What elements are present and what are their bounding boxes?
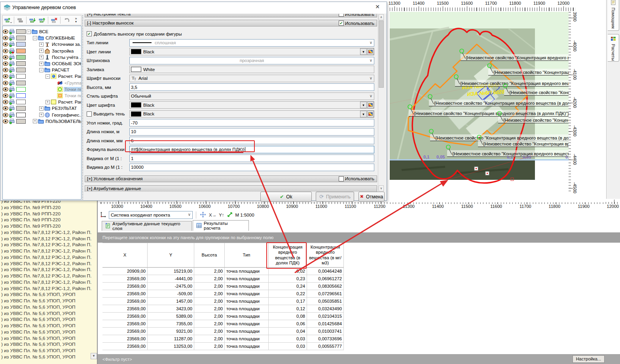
- tree-item-label[interactable]: Застройка: [51, 49, 74, 53]
- print-layer-icon[interactable]: [9, 55, 15, 60]
- scroll-up-button[interactable]: ∧: [379, 14, 384, 20]
- layer-color-swatch[interactable]: [16, 93, 26, 98]
- tree-expander-icon[interactable]: −: [46, 74, 50, 79]
- tree-item-label[interactable]: ПОЛЬЗОВАТЕЛЬ...: [45, 119, 82, 124]
- print-layer-icon[interactable]: [9, 87, 15, 92]
- print-layer-icon[interactable]: [9, 106, 15, 111]
- tree-item-label[interactable]: ВСЕ: [38, 29, 49, 34]
- list-item[interactable]: ) из УВВС Пл. № 5,6 УПОП, УРОП: [1, 329, 91, 336]
- formula-input[interactable]: ##${Концентрация вредного вещества (в до…: [129, 146, 374, 153]
- visibility-eye-icon[interactable]: [3, 61, 9, 66]
- layer-color-swatch[interactable]: [16, 87, 26, 92]
- text-input[interactable]: -70: [129, 119, 374, 126]
- checkbox-icon[interactable]: [339, 14, 344, 17]
- layer-color-swatch[interactable]: [16, 68, 26, 72]
- table-row[interactable]: 23569,005389,002,00точка площадки0,080,0…: [102, 313, 345, 320]
- checkbox-icon[interactable]: ✔: [87, 31, 92, 36]
- tree-item-label[interactable]: Точки по ...: [64, 93, 82, 98]
- layer-color-swatch[interactable]: [16, 55, 26, 60]
- list-item[interactable]: ) из УВВС Пл. №9 РПП-220: [1, 211, 91, 217]
- list-item[interactable]: ) из УВВС Пл. №7,8,12 РЭС-1,2, Район П..…: [1, 261, 91, 267]
- list-item[interactable]: ) из УВВС Пл. №9 РПП-220: [1, 200, 91, 205]
- tree-expander-icon[interactable]: +: [39, 55, 44, 59]
- column-header[interactable]: Концентрация вредного вещества (в мг/м3): [307, 243, 344, 268]
- pan-icon[interactable]: [199, 211, 207, 219]
- section-text-settings[interactable]: [+] Настройки текстаИспользовать: [85, 14, 377, 17]
- list-item[interactable]: ) из УВВС Пл. № 5,6 УПОП, УРОП: [1, 323, 91, 329]
- text-input[interactable]: 1: [129, 155, 374, 162]
- list-item[interactable]: ) из УВВС Пл. № 5,6 УПОП, УРОП: [1, 341, 91, 348]
- visibility-eye-icon[interactable]: [3, 55, 9, 60]
- visibility-eye-icon[interactable]: [3, 74, 9, 79]
- add-callout-row[interactable]: ✔Добавлять выноску при создании фигуры: [84, 30, 377, 38]
- table-row[interactable]: 23569,00-2475,002,00точка площадки0,240,…: [102, 283, 345, 290]
- tree-expander-icon[interactable]: −: [33, 36, 37, 40]
- tab-assistant[interactable]: Помощник: [608, 0, 619, 31]
- print-layer-icon[interactable]: [9, 74, 15, 79]
- field-center-combo[interactable]: прозрачная∨: [129, 57, 374, 64]
- text-input[interactable]: 6: [129, 137, 374, 144]
- tree-item-label[interactable]: ОСОБЫЕ ЗОНЫ: [51, 61, 82, 66]
- checkbox-icon[interactable]: ✔: [339, 21, 344, 26]
- table-row[interactable]: 23569,0013253,002,00точка площадки0,030,…: [102, 343, 345, 350]
- column-header[interactable]: Высота: [194, 243, 225, 268]
- print-layer-icon[interactable]: [9, 99, 15, 105]
- section-callout-settings[interactable]: [-] Настройки выносок✔Использовать: [85, 20, 377, 26]
- list-item[interactable]: ) из УВВС Пл. №7,8,12 РЭС-1,2, Район П..…: [1, 286, 91, 292]
- visibility-eye-icon[interactable]: [3, 87, 9, 92]
- list-item[interactable]: ) из УВВС Пл. № 5,6 УПОП, УРОП: [1, 348, 91, 354]
- list-item[interactable]: ) из УВВС Пл. №7,8,12 РЭС-1,2, Район П..…: [1, 236, 91, 242]
- print-layer-icon[interactable]: [9, 35, 15, 41]
- list-item[interactable]: ) из УВВС Пл. № 5,6 УПОП, УРОП: [1, 336, 91, 342]
- scroll-thumb[interactable]: [379, 21, 384, 88]
- table-row[interactable]: 23569,007355,002,00точка площадки0,060,0…: [102, 320, 345, 328]
- layer-color-swatch[interactable]: [16, 61, 26, 66]
- list-item[interactable]: ) из УВВС Пл. №7,8,12 РЭС-1,2, Район П..…: [1, 267, 91, 273]
- list-item[interactable]: ) из УВВС Пл. №9 РПП-220: [1, 223, 91, 230]
- panel-splitter[interactable]: [82, 15, 84, 200]
- visibility-eye-icon[interactable]: [3, 80, 9, 86]
- scroll-down-button[interactable]: ∨: [379, 185, 384, 191]
- list-item[interactable]: ) из УВВС Пл. № 5,6 УПОП, УРОП: [1, 317, 91, 323]
- palette-button[interactable]: [367, 111, 374, 117]
- visibility-eye-icon[interactable]: [3, 67, 9, 73]
- tree-expander-icon[interactable]: +: [46, 100, 50, 104]
- field-font-combo[interactable]: ƬTArial∨: [129, 75, 374, 82]
- table-row[interactable]: 23569,003423,002,00точка площадки0,120,0…: [102, 305, 345, 313]
- text-input[interactable]: 10: [129, 128, 374, 136]
- move-layer-up-icon[interactable]: [38, 16, 46, 24]
- tree-expander-icon[interactable]: +: [39, 62, 44, 66]
- tree-item-label[interactable]: СЛУЖЕБНЫЕ: [45, 36, 76, 40]
- table-row[interactable]: 23569,001457,002,00точка площадки0,170,0…: [102, 298, 345, 305]
- table-row[interactable]: 23569,009321,002,00точка площадки0,040,0…: [102, 328, 345, 335]
- visibility-eye-icon[interactable]: [3, 99, 9, 105]
- apply-button[interactable]: ⟳ Применить: [316, 192, 354, 202]
- print-layer-icon[interactable]: [9, 67, 15, 73]
- visibility-eye-icon[interactable]: [3, 48, 9, 54]
- tree-expander-icon[interactable]: +: [39, 42, 44, 47]
- table-row[interactable]: 20909,0015219,002,00точка площадки0,020,…: [102, 268, 345, 275]
- visibility-eye-icon[interactable]: [3, 112, 9, 118]
- print-layer-icon[interactable]: [9, 48, 15, 54]
- tab-attribute-data[interactable]: Атрибутивные данные текущего слоя: [102, 221, 192, 231]
- list-item[interactable]: ) из УВВС Пл. №7,8,12 РЭС-1,2, Район П..…: [1, 279, 91, 286]
- layer-color-swatch[interactable]: [16, 36, 26, 40]
- print-layer-icon[interactable]: [9, 61, 15, 66]
- tree-item-label[interactable]: Точки по...: [64, 87, 82, 92]
- undo-icon[interactable]: [62, 16, 71, 24]
- layer-color-swatch[interactable]: [16, 42, 26, 47]
- add-layer-icon[interactable]: [4, 16, 12, 24]
- visibility-eye-icon[interactable]: [3, 119, 9, 124]
- text-input[interactable]: 3,5: [129, 83, 374, 91]
- tree-expander-icon[interactable]: −: [27, 30, 31, 34]
- column-header[interactable]: X: [102, 243, 148, 268]
- print-layer-icon[interactable]: [9, 119, 15, 124]
- dialog-titlebar[interactable]: Управление деревом слоев ✕: [0, 2, 387, 13]
- list-item[interactable]: ) из УВВС Пл. №7,8,12 РЭС-1,2, Район П..…: [1, 255, 91, 261]
- move-layer-down-icon[interactable]: [28, 16, 37, 24]
- section-attribute-data[interactable]: [+] Атрибутивные данные: [85, 185, 377, 192]
- list-scroll-down-button[interactable]: ▼: [91, 353, 97, 359]
- dropdown-arrow-button[interactable]: ▾: [360, 111, 367, 117]
- layer-color-swatch[interactable]: [16, 29, 26, 34]
- overflow-icon[interactable]: »▾: [72, 16, 80, 24]
